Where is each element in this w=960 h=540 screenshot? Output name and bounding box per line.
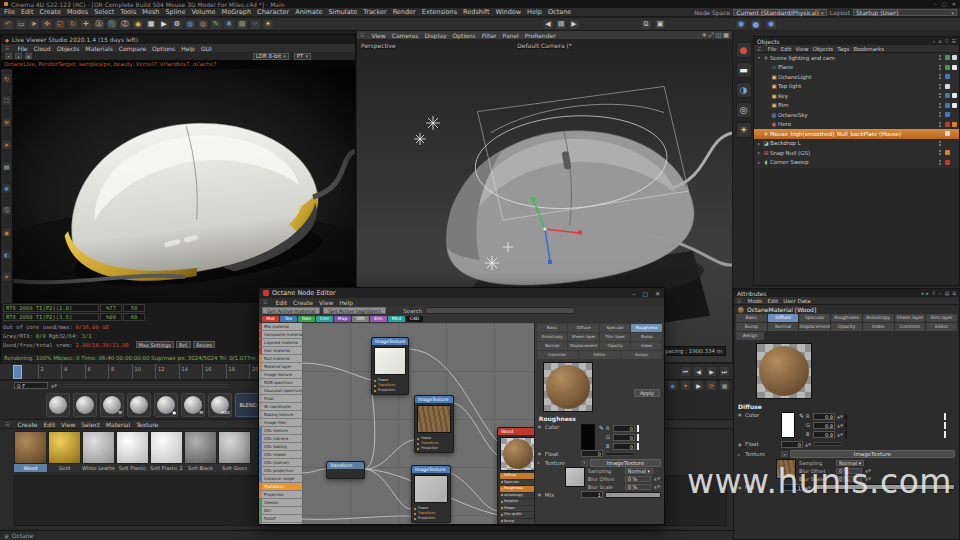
- attribute-tab[interactable]: Sheen layer: [895, 314, 926, 322]
- attributes-menu-item[interactable]: Edit: [767, 298, 778, 304]
- expand-arrow-icon[interactable]: ▸: [538, 460, 543, 465]
- ne-tab[interactable]: Editor: [579, 351, 620, 359]
- object-tag[interactable]: [952, 131, 957, 136]
- search-input[interactable]: [425, 307, 575, 314]
- lv-opt-icon[interactable]: ▴: [15, 53, 22, 59]
- node-type-item[interactable]: Image tiles: [259, 419, 302, 426]
- menu-item[interactable]: Spline: [165, 8, 185, 16]
- panel-grip-icon[interactable]: ☰: [5, 45, 9, 51]
- objects-header-icon[interactable]: ⌂: [938, 38, 941, 45]
- node-type-item[interactable]: Instance range: [259, 475, 302, 482]
- value-stepper[interactable]: ▲▼: [837, 414, 843, 419]
- menu-item[interactable]: Modes: [67, 8, 88, 16]
- attribute-tab[interactable]: Editor: [926, 323, 957, 331]
- view-label[interactable]: Perspective: [361, 42, 396, 49]
- node-type-item[interactable]: Baking texture: [259, 411, 302, 418]
- material-thumbnail[interactable]: Soft Gloss: [218, 431, 251, 472]
- channel-value[interactable]: 0.9: [813, 431, 835, 438]
- layout-nav-icon[interactable]: ▤: [555, 19, 567, 30]
- visibility-dots[interactable]: [939, 131, 941, 136]
- node-space-select[interactable]: Current (Standard/Physical)▾: [733, 9, 826, 16]
- toolbar-icon[interactable]: ↶: [2, 19, 14, 30]
- object-tag[interactable]: [952, 141, 957, 146]
- visibility-dots[interactable]: [939, 141, 941, 146]
- color-swatch[interactable]: [781, 412, 795, 438]
- material-name-row[interactable]: OctaneMaterial [Wood]: [734, 305, 959, 314]
- lv-tool-icon[interactable]: ↻: [1, 73, 12, 84]
- color-swatch[interactable]: [581, 424, 595, 450]
- visibility-dots[interactable]: [939, 122, 941, 127]
- matman-menu-item[interactable]: Edit: [43, 421, 55, 428]
- objects-menu-item[interactable]: Edit: [781, 46, 792, 52]
- menu-item[interactable]: MoGraph: [222, 8, 252, 16]
- object-tag[interactable]: [952, 65, 957, 70]
- channel-slider[interactable]: [845, 423, 955, 428]
- node-type-item[interactable]: Checks: [259, 499, 302, 506]
- lv-menu-item[interactable]: Help: [181, 45, 195, 52]
- viewport-menu-item[interactable]: Filter: [482, 32, 497, 39]
- toolbar-icon[interactable]: ▦: [145, 19, 157, 30]
- node-category-chip[interactable]: Emi: [370, 316, 387, 322]
- ne-tab[interactable]: Common: [537, 351, 578, 359]
- material-port[interactable]: Bump: [500, 519, 534, 525]
- float-slider[interactable]: [813, 442, 843, 446]
- toolbar-icon[interactable]: Ⓩ: [119, 19, 131, 30]
- viewport-corner-icon[interactable]: ◫: [716, 31, 722, 39]
- toolbar-icon[interactable]: Ⓧ: [93, 19, 105, 30]
- lv-tool-icon[interactable]: ◉: [1, 227, 12, 238]
- objects-menu-item[interactable]: File: [767, 46, 776, 52]
- attribute-tab[interactable]: Film layer: [926, 314, 957, 322]
- attributes-header-icon[interactable]: ◂: [921, 290, 924, 297]
- panel-grip-icon[interactable]: ☰: [5, 421, 9, 427]
- node-type-item[interactable]: Mix material: [259, 323, 302, 330]
- attributes-header-icon[interactable]: ⌕: [939, 290, 942, 297]
- ne-menu-item[interactable]: Edit: [275, 299, 287, 306]
- menu-item[interactable]: Help: [527, 8, 542, 16]
- window-button[interactable]: ✕: [655, 290, 660, 297]
- visibility-dots[interactable]: [939, 74, 941, 79]
- ne-tab[interactable]: Bump: [631, 333, 662, 341]
- lv-tool-icon[interactable]: ✱: [1, 183, 12, 194]
- node-type-item[interactable]: Material layer: [259, 363, 302, 370]
- toolbar-icon[interactable]: ⁘: [249, 19, 261, 30]
- blur-offset-value[interactable]: 0 %: [625, 476, 651, 482]
- toolbar-icon[interactable]: ▤: [236, 19, 248, 30]
- object-tag[interactable]: [952, 93, 957, 98]
- toolbar-icon[interactable]: ◉: [132, 19, 144, 30]
- object-tag[interactable]: [952, 74, 957, 79]
- ne-tab[interactable]: Basic: [537, 324, 568, 332]
- panel-grip-icon[interactable]: ☰: [360, 32, 364, 38]
- reset-dot-icon[interactable]: ●: [538, 424, 543, 429]
- node-type-item[interactable]: Gaussian spectrum: [259, 387, 302, 394]
- layout-nav-icon[interactable]: ▶: [568, 19, 580, 30]
- menu-item[interactable]: Render: [393, 8, 416, 16]
- node-type-item[interactable]: Null material: [259, 355, 302, 362]
- attributes-menu-item[interactable]: Mode: [747, 298, 762, 304]
- window-button[interactable]: –: [632, 290, 635, 297]
- visibility-dots[interactable]: [939, 160, 941, 165]
- object-tag[interactable]: [952, 122, 957, 127]
- ne-texture-button[interactable]: ImageTexture: [590, 459, 661, 467]
- object-tag[interactable]: [952, 160, 957, 165]
- material-thumbnail[interactable]: Soft Plastic 2: [150, 431, 183, 472]
- node-type-item[interactable]: Composite material: [259, 331, 302, 338]
- node-category-chip[interactable]: Oth: [352, 316, 369, 322]
- material-ball-button[interactable]: MAX: [208, 393, 232, 417]
- reset-dot-icon[interactable]: ●: [538, 492, 543, 497]
- octane-gear-icon[interactable]: ✱: [735, 19, 747, 30]
- menu-item[interactable]: Tracker: [363, 8, 386, 16]
- menu-item[interactable]: Create: [39, 8, 61, 16]
- node-type-item[interactable]: Transform: [259, 483, 302, 490]
- console-button[interactable]: Max Settings: [136, 341, 174, 348]
- ne-tab[interactable]: Index: [631, 342, 662, 350]
- node-category-chip[interactable]: Mat: [262, 316, 279, 322]
- ne-mix-slider[interactable]: [605, 492, 661, 498]
- attribute-tab[interactable]: Common: [895, 323, 926, 331]
- channel-slider[interactable]: [637, 426, 661, 431]
- octane-gear-icon[interactable]: ●: [750, 19, 762, 30]
- object-tag[interactable]: [945, 150, 950, 155]
- lv-menu-item[interactable]: File: [17, 45, 27, 52]
- ne-tab[interactable]: Specular: [600, 324, 631, 332]
- toolbar-icon[interactable]: ▭: [15, 19, 27, 30]
- object-tag[interactable]: [945, 84, 950, 89]
